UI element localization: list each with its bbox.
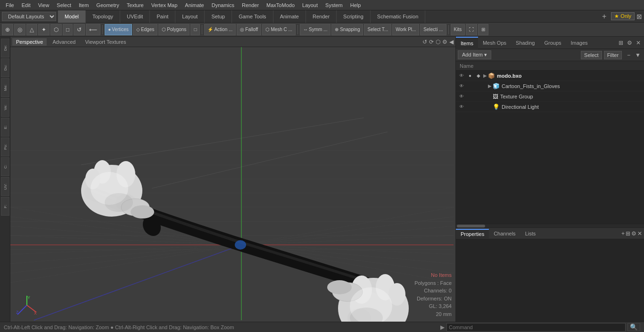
tool-rotate[interactable]: ↺ [74,24,85,35]
items-close-btn[interactable]: ✕ [635,40,642,46]
item-row-cartoon-fists[interactable]: 👁 ▶ 🧊 Cartoon_Fists_in_Gloves [456,81,644,91]
sidebar-btn-f[interactable]: F: [1,197,9,216]
layout-tab-setup[interactable]: Setup [205,10,232,23]
tool-local[interactable]: △ [26,24,37,35]
viewport-frame-btn[interactable]: ⬡ [436,39,440,45]
items-expand-btn[interactable]: ⊞ [617,40,625,46]
items-tab-items[interactable]: Items [456,37,478,49]
menu-item[interactable]: Item [75,1,92,9]
maximize-button[interactable]: ⊠ [636,13,642,20]
kits-button[interactable]: Kits [451,24,465,35]
mesh-button[interactable]: ⬡ Mesh C ... [262,24,296,35]
menu-geometry[interactable]: Geometry [92,1,123,9]
menu-view[interactable]: View [34,1,53,9]
tool-box[interactable]: □ [63,24,73,35]
viewport-rotate-btn[interactable]: ↺ [422,39,427,45]
viewport-tab-advanced[interactable]: Advanced [49,38,79,46]
prop-tab-channels[interactable]: Channels [489,229,520,238]
menu-system[interactable]: System [322,1,347,9]
sidebar-btn-po[interactable]: Po: [1,138,9,156]
menu-animate[interactable]: Animate [181,1,207,9]
add-layout-button[interactable]: + [599,12,609,21]
sidebar-btn-e[interactable]: E: [1,118,9,137]
item-row-texture-group[interactable]: 👁 🖼 Texture Group [456,91,644,102]
tool-select[interactable]: ✦ [38,24,50,35]
layout-tab-animate[interactable]: Animate [273,10,306,23]
sidebar-btn-de[interactable]: De: [1,39,9,57]
item-eye-texture[interactable]: 👁 [458,93,465,100]
layout-tab-topology[interactable]: Topology [86,10,120,23]
menu-maxtomodo[interactable]: MaxToModo [263,1,298,9]
layout-tab-layout[interactable]: Layout [175,10,205,23]
item-row-directional-light[interactable]: 👁 💡 Directional Light [456,102,644,112]
tool-mirror[interactable]: ⬡ [50,24,62,35]
items-filter-button[interactable]: Filter [604,51,622,59]
menu-help[interactable]: Help [347,1,365,9]
tool-scale[interactable]: ⟵ [86,24,100,35]
command-search-button[interactable]: 🔍 [627,323,640,331]
items-tab-meshops[interactable]: Mesh Ops [478,37,511,49]
star-only-button[interactable]: ★ Only [611,12,635,20]
layout-tab-paint[interactable]: Paint [150,10,175,23]
menu-edit[interactable]: Edit [18,1,34,9]
items-minus-btn[interactable]: − [626,52,632,58]
selecti-button[interactable]: Selecti ... [420,24,446,35]
layout-tab-schematic[interactable]: Schematic Fusion [371,10,425,23]
menu-vertex-map[interactable]: Vertex Map [148,1,182,9]
work-pl-button[interactable]: Work Pl... [392,24,419,35]
item-eye-modo[interactable]: 👁 [458,72,465,80]
viewport-settings-btn[interactable]: ⚙ [442,39,447,45]
items-settings-btn[interactable]: ⚙ [626,40,634,46]
properties-close-btn[interactable]: ✕ [637,230,642,237]
fullscreen-button[interactable]: ⛶ [466,24,477,35]
select-t-button[interactable]: Select T... [364,24,391,35]
sidebar-btn-c[interactable]: C: [1,157,9,176]
polygons-button[interactable]: ⬡ Polygons [158,24,190,35]
action-button[interactable]: ⚡ Action ... [204,24,236,35]
vertices-button[interactable]: ● Vertices [105,24,132,35]
sidebar-btn-uv[interactable]: UV: [1,177,9,196]
menu-render[interactable]: Render [238,1,263,9]
grid-button[interactable]: ⊞ [478,24,488,35]
prop-tab-lists[interactable]: Lists [520,229,541,238]
default-layouts-dropdown[interactable]: Default Layouts [2,12,56,21]
layout-tab-uvedit[interactable]: UVEdit [120,10,150,23]
properties-plus-btn[interactable]: + [621,230,625,237]
properties-settings-btn[interactable]: ⚙ [631,230,636,237]
sidebar-btn-du[interactable]: Du: [1,58,9,77]
items-scrollbar[interactable] [456,224,644,227]
properties-expand-btn[interactable]: ⊞ [626,230,630,237]
items-tab-groups[interactable]: Groups [539,37,566,49]
add-item-button[interactable]: Add Item ▾ [458,50,491,59]
falloff-button[interactable]: ◎ Falloff [237,24,261,35]
viewport-3d[interactable]: No Items Polygons : Face Channels: 0 Def… [10,47,455,322]
sidebar-btn-me[interactable]: Me: [1,78,9,97]
mode-button[interactable]: □ [190,24,200,35]
items-tab-shading[interactable]: Shading [511,37,539,49]
layout-tab-render[interactable]: Render [306,10,337,23]
item-eye-light[interactable]: 👁 [458,103,465,111]
layout-tab-scripting[interactable]: Scripting [337,10,371,23]
menu-file[interactable]: File [2,1,18,9]
viewport-zoom-btn[interactable]: ⟳ [429,39,434,45]
items-arrow-btn[interactable]: ▼ [634,52,642,58]
edges-button[interactable]: ◇ Edges [133,24,157,35]
viewport-tab-textures[interactable]: Viewport Textures [81,38,130,46]
layout-tab-gametools[interactable]: Game Tools [232,10,273,23]
sidebar-btn-ve[interactable]: Ve: [1,98,9,117]
item-eye2-modo[interactable]: ● [466,72,474,80]
viewport-tab-perspective[interactable]: Perspective [12,38,47,46]
tool-center[interactable]: ⊕ [2,24,13,35]
item-eye3-modo[interactable]: ◆ [475,72,482,80]
viewport-collapse-btn[interactable]: ◀ [449,39,454,45]
menu-layout[interactable]: Layout [298,1,322,9]
item-row-modo-bxo[interactable]: 👁 ● ◆ ▶ 📦 modo.bxo [456,71,644,81]
tool-world[interactable]: ◎ [14,24,25,35]
menu-texture[interactable]: Texture [123,1,148,9]
items-tab-images[interactable]: Images [566,37,593,49]
command-input[interactable] [446,323,626,332]
layout-tab-model[interactable]: Model [58,10,86,23]
symmetry-button[interactable]: ↔ Symm ... [300,24,330,35]
menu-select[interactable]: Select [53,1,75,9]
snapping-button[interactable]: ⊕ Snapping [331,24,363,35]
